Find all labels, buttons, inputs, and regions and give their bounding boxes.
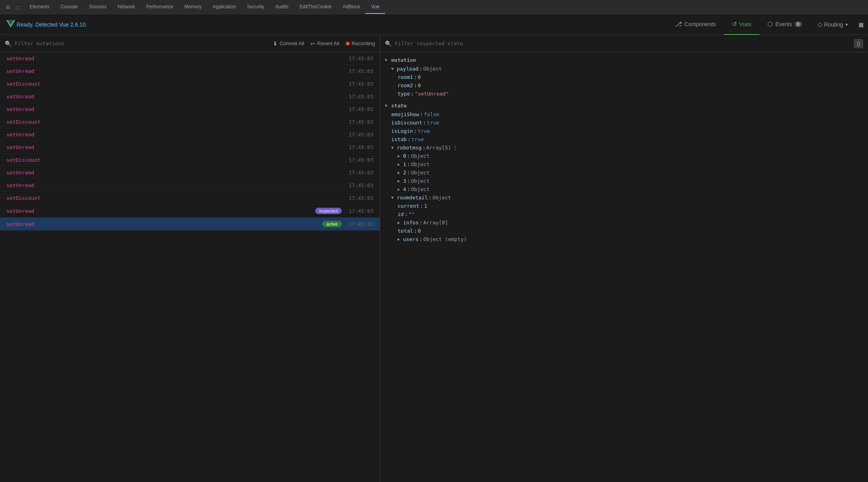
state-search-icon: 🔍 — [385, 40, 392, 47]
filter-mutations-input[interactable] — [15, 40, 270, 46]
tab-security[interactable]: Security — [242, 0, 270, 14]
tab-application[interactable]: Application — [207, 0, 242, 14]
mutation-row[interactable]: setUnread17:45:03 — [0, 166, 380, 179]
tab-sources[interactable]: Sources — [84, 0, 112, 14]
tab-audits[interactable]: Audits — [270, 0, 294, 14]
tab-elements[interactable]: Elements — [24, 0, 55, 14]
users-value: Object (empty) — [423, 236, 467, 242]
payload-row[interactable]: ▼ payload : Object — [380, 65, 868, 73]
state-toggle-button[interactable]: {} — [854, 39, 863, 48]
mutation-row[interactable]: setUnreadinspected17:45:03 — [0, 205, 380, 218]
nav-vuex[interactable]: ↺ Vuex — [724, 14, 760, 35]
mutation-row[interactable]: setUnread17:45:03 — [0, 128, 380, 141]
room2-row[interactable]: room2 : 0 — [380, 81, 868, 90]
routing-chevron-icon: ▾ — [845, 22, 848, 27]
mutation-row[interactable]: setUnread17:45:03 — [0, 90, 380, 103]
filter-state-input[interactable] — [395, 40, 851, 46]
mutation-row[interactable]: setUnreadactive17:45:03 — [0, 218, 380, 231]
robotmsg-0-row[interactable]: ▶ 0 : Object — [380, 152, 868, 160]
cursor-icon[interactable]: ⊡ — [5, 2, 11, 12]
tab-vue[interactable]: Vue — [365, 0, 385, 14]
total-row[interactable]: total : 0 — [380, 227, 868, 235]
nav-routing[interactable]: ◇ Routing ▾ — [810, 14, 856, 35]
vue-logo — [5, 19, 17, 31]
mutation-section-header[interactable]: ▼ mutation — [380, 55, 868, 65]
tab-console[interactable]: Console — [55, 0, 84, 14]
mutation-time: 17:45:03 — [346, 119, 373, 125]
mutation-time: 17:45:03 — [346, 81, 373, 87]
nav-events[interactable]: ⬡ Events 8 — [760, 14, 810, 35]
type-row[interactable]: type : "setUnread" — [380, 90, 868, 98]
current-row[interactable]: current : 1 — [380, 202, 868, 210]
state-section: ▼ state emojiShow : false isDiscount : t… — [380, 101, 868, 243]
room2-value: 0 — [418, 82, 421, 88]
revert-all-button[interactable]: ↩ Revert All — [310, 40, 339, 47]
state-panel: 🔍 {} ▼ mutation ▼ payload : Object — [380, 35, 868, 482]
room1-row[interactable]: room1 : 0 — [380, 73, 868, 81]
robotmsg-3-value: Object — [411, 178, 430, 184]
mutation-time: 17:45:03 — [346, 144, 373, 150]
commit-all-label: Commit All — [280, 40, 304, 46]
robotmsg-3-key: 3 — [403, 178, 406, 184]
robotmsg-0-value: Object — [411, 153, 430, 159]
tab-editthiscookie[interactable]: EditThisCookie — [294, 0, 337, 14]
robotmsg-1-row[interactable]: ▶ 1 : Object — [380, 160, 868, 168]
mutation-section: ▼ mutation ▼ payload : Object room1 : 0 — [380, 55, 868, 98]
roomdetail-row[interactable]: ▼ roomdetail : Object — [380, 193, 868, 202]
revert-icon: ↩ — [310, 40, 315, 47]
users-row[interactable]: ▶ users : Object (empty) — [380, 235, 868, 243]
recording-label: Recording — [352, 40, 375, 46]
mutation-time: 17:45:03 — [346, 68, 373, 74]
events-label: Events — [775, 21, 792, 27]
vue-nav: ⎇ Components ↺ Vuex ⬡ Events 8 ◇ Routing… — [667, 14, 856, 35]
mutation-row[interactable]: setDiscount17:45:03 — [0, 116, 380, 128]
robotmsg-2-value: Object — [411, 170, 430, 176]
nav-components[interactable]: ⎇ Components — [667, 14, 723, 35]
istab-row[interactable]: istab : true — [380, 135, 868, 143]
commit-all-button[interactable]: ⬇ Commit All — [273, 40, 304, 47]
tab-network[interactable]: Network — [112, 0, 141, 14]
layout-icon[interactable]: ⬚ — [14, 2, 21, 12]
mutation-row[interactable]: setUnread17:45:03 — [0, 103, 380, 116]
bar-chart-icon[interactable]: ▦ — [859, 20, 863, 29]
mutation-time: 17:45:03 — [346, 221, 373, 227]
recording-dot-icon — [346, 42, 350, 46]
mutation-row[interactable]: setUnread17:45:03 — [0, 179, 380, 192]
robotmsg-2-row[interactable]: ▶ 2 : Object — [380, 168, 868, 177]
state-section-header[interactable]: ▼ state — [380, 101, 868, 110]
robotmsg-4-row[interactable]: ▶ 4 : Object — [380, 185, 868, 193]
tab-memory[interactable]: Memory — [179, 0, 207, 14]
roomdetail-key: roomdetail — [397, 195, 428, 201]
commit-icon: ⬇ — [273, 40, 278, 47]
events-badge: 8 — [795, 21, 802, 27]
mutation-row[interactable]: setUnread17:45:03 — [0, 52, 380, 65]
infos-row[interactable]: ▶ infos : Array[0] — [380, 218, 868, 227]
robotmsg-3-row[interactable]: ▶ 3 : Object — [380, 177, 868, 185]
tab-adblock[interactable]: AdBlock — [337, 0, 365, 14]
robotmsg-menu-icon[interactable]: ⋮ — [453, 145, 458, 151]
emojishoq-row[interactable]: emojiShow : false — [380, 110, 868, 119]
mutation-section-key: mutation — [391, 57, 416, 63]
islogin-row[interactable]: isLogin : true — [380, 127, 868, 135]
payload-key: payload — [397, 66, 419, 72]
robotmsg-0-expand-icon: ▶ — [398, 154, 402, 158]
mutations-panel: 🔍 ⬇ Commit All ↩ Revert All Recording — [0, 35, 380, 482]
isdiscount-row[interactable]: isDiscount : true — [380, 119, 868, 127]
mutation-row[interactable]: setDiscount17:45:03 — [0, 192, 380, 205]
id-row[interactable]: id : "" — [380, 210, 868, 218]
robotmsg-1-key: 1 — [403, 161, 406, 167]
robotmsg-row[interactable]: ▼ robotmsg : Array[5] ⋮ — [380, 143, 868, 152]
tab-performance[interactable]: Performance — [141, 0, 179, 14]
mutation-row[interactable]: setDiscount17:45:03 — [0, 154, 380, 166]
mutation-row[interactable]: setUnread17:45:03 — [0, 65, 380, 78]
recording-button[interactable]: Recording — [346, 40, 375, 46]
mutation-time: 17:45:03 — [346, 182, 373, 188]
mutation-row[interactable]: setUnread17:45:03 — [0, 141, 380, 154]
mutations-toolbar: 🔍 ⬇ Commit All ↩ Revert All Recording — [0, 35, 380, 52]
mutation-row[interactable]: setDiscount17:45:03 — [0, 78, 380, 90]
mutation-name: setUnread — [6, 68, 346, 74]
state-toolbar: 🔍 {} — [380, 35, 868, 52]
components-label: Components — [684, 21, 716, 27]
mutations-list: setUnread17:45:03setUnread17:45:03setDis… — [0, 52, 380, 482]
mutation-name: setDiscount — [6, 81, 346, 87]
